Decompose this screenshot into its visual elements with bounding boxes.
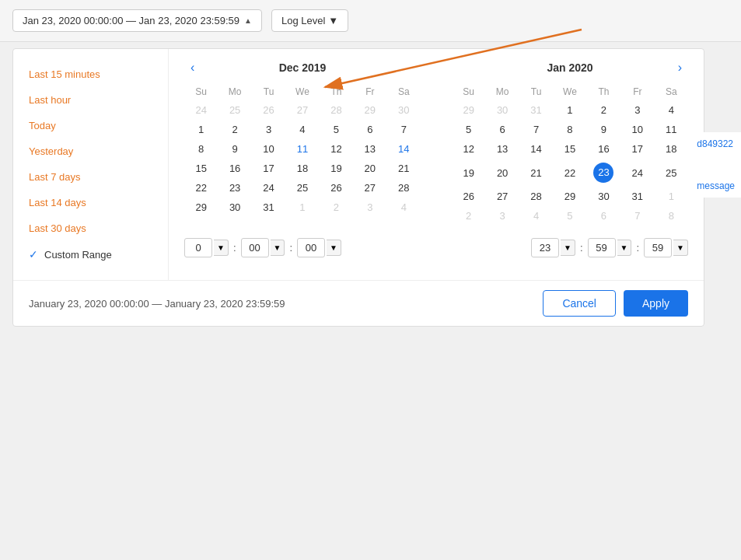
calendar-day[interactable]: 15 (553, 139, 586, 159)
calendar-day[interactable]: 18 (655, 139, 688, 159)
calendar-day[interactable]: 26 (452, 187, 485, 206)
calendar-day[interactable]: 15 (184, 159, 218, 178)
calendar-day[interactable]: 5 (553, 206, 586, 226)
calendar-day[interactable]: 5 (320, 120, 353, 139)
calendar-day[interactable]: 7 (519, 120, 553, 139)
calendar-day[interactable]: 3 (353, 198, 386, 217)
calendar-day[interactable]: 13 (485, 139, 519, 159)
next-month-button[interactable]: › (672, 59, 688, 76)
calendar-day[interactable]: 4 (519, 206, 553, 226)
calendar-day[interactable]: 21 (519, 159, 553, 187)
calendar-day[interactable]: 20 (353, 159, 386, 178)
calendar-day[interactable]: 30 (485, 100, 519, 120)
sidebar-item-last-14[interactable]: Last 14 days (13, 190, 168, 215)
calendar-day[interactable]: 13 (353, 139, 386, 159)
calendar-day[interactable]: 31 (519, 100, 553, 120)
calendar-day[interactable]: 24 (184, 100, 218, 120)
calendar-day[interactable]: 11 (285, 139, 319, 159)
sidebar-item-last-15[interactable]: Last 15 minutes (13, 61, 168, 87)
calendar-day[interactable]: 26 (252, 100, 285, 120)
sidebar-item-last-hour[interactable]: Last hour (13, 87, 168, 113)
calendar-day[interactable]: 12 (320, 139, 353, 159)
calendar-day[interactable]: 4 (655, 100, 688, 120)
calendar-day[interactable]: 26 (320, 178, 353, 198)
calendar-day[interactable]: 3 (620, 100, 654, 120)
calendar-day[interactable]: 24 (252, 178, 285, 198)
calendar-day[interactable]: 28 (320, 100, 353, 120)
end-hour-dropdown[interactable]: ▼ (561, 240, 575, 256)
calendar-day[interactable]: 2 (452, 206, 485, 226)
calendar-day[interactable]: 4 (387, 198, 421, 217)
calendar-day[interactable]: 23 (587, 159, 620, 187)
calendar-day[interactable]: 1 (655, 187, 688, 206)
apply-button[interactable]: Apply (624, 290, 688, 317)
calendar-day[interactable]: 16 (587, 139, 620, 159)
calendar-day[interactable]: 9 (218, 139, 251, 159)
calendar-day[interactable]: 4 (285, 120, 319, 139)
calendar-day[interactable]: 17 (620, 139, 654, 159)
calendar-day[interactable]: 16 (218, 159, 251, 178)
calendar-day[interactable]: 19 (320, 159, 353, 178)
cancel-button[interactable]: Cancel (543, 290, 616, 317)
calendar-day[interactable]: 21 (387, 159, 421, 178)
log-level-button[interactable]: Log Level ▼ (271, 9, 348, 32)
date-range-button[interactable]: Jan 23, 2020 00:00:00 — Jan 23, 2020 23:… (12, 9, 262, 32)
calendar-day[interactable]: 8 (655, 206, 688, 226)
calendar-day[interactable]: 27 (485, 187, 519, 206)
calendar-day[interactable]: 28 (387, 178, 421, 198)
calendar-day[interactable]: 30 (387, 100, 421, 120)
calendar-day[interactable]: 11 (655, 120, 688, 139)
calendar-day[interactable]: 31 (620, 187, 654, 206)
calendar-day[interactable]: 30 (587, 187, 620, 206)
calendar-day[interactable]: 10 (252, 139, 285, 159)
sidebar-item-last-30[interactable]: Last 30 days (13, 215, 168, 241)
calendar-day[interactable]: 3 (252, 120, 285, 139)
end-min-dropdown[interactable]: ▼ (617, 240, 632, 256)
calendar-day[interactable]: 7 (387, 120, 421, 139)
calendar-day[interactable]: 28 (519, 187, 553, 206)
calendar-day[interactable]: 25 (218, 100, 251, 120)
calendar-day[interactable]: 25 (655, 159, 688, 187)
start-hour-dropdown[interactable]: ▼ (214, 240, 229, 256)
calendar-day[interactable]: 29 (353, 100, 386, 120)
sidebar-item-custom[interactable]: ✓ Custom Range (13, 241, 168, 268)
calendar-day[interactable]: 29 (553, 187, 586, 206)
calendar-day[interactable]: 2 (320, 198, 353, 217)
calendar-day[interactable]: 14 (519, 139, 553, 159)
calendar-day[interactable]: 20 (485, 159, 519, 187)
calendar-day[interactable]: 19 (452, 159, 485, 187)
calendar-day[interactable]: 22 (184, 178, 218, 198)
calendar-day[interactable]: 1 (184, 120, 218, 139)
calendar-day[interactable]: 12 (452, 139, 485, 159)
calendar-day[interactable]: 7 (620, 206, 654, 226)
calendar-day[interactable]: 6 (353, 120, 386, 139)
sidebar-item-last-7[interactable]: Last 7 days (13, 164, 168, 190)
calendar-day[interactable]: 29 (184, 198, 218, 217)
calendar-day[interactable]: 29 (452, 100, 485, 120)
start-sec-dropdown[interactable]: ▼ (327, 240, 341, 256)
calendar-day[interactable]: 30 (218, 198, 251, 217)
calendar-day[interactable]: 9 (587, 120, 620, 139)
calendar-day[interactable]: 18 (285, 159, 319, 178)
calendar-day[interactable]: 2 (587, 100, 620, 120)
calendar-day[interactable]: 10 (620, 120, 654, 139)
calendar-day[interactable]: 14 (387, 139, 421, 159)
sidebar-item-today[interactable]: Today (13, 113, 168, 138)
calendar-day[interactable]: 2 (218, 120, 251, 139)
calendar-day[interactable]: 6 (587, 206, 620, 226)
calendar-day[interactable]: 6 (485, 120, 519, 139)
calendar-day[interactable]: 5 (452, 120, 485, 139)
calendar-day[interactable]: 1 (553, 100, 586, 120)
calendar-day[interactable]: 1 (285, 198, 319, 217)
sidebar-item-yesterday[interactable]: Yesterday (13, 138, 168, 164)
calendar-day[interactable]: 8 (553, 120, 586, 139)
calendar-day[interactable]: 25 (285, 178, 319, 198)
start-min-dropdown[interactable]: ▼ (271, 240, 285, 256)
calendar-day[interactable]: 27 (353, 178, 386, 198)
end-sec-dropdown[interactable]: ▼ (673, 240, 688, 256)
calendar-day[interactable]: 27 (285, 100, 319, 120)
calendar-day[interactable]: 3 (485, 206, 519, 226)
calendar-day[interactable]: 22 (553, 159, 586, 187)
calendar-day[interactable]: 23 (218, 178, 251, 198)
calendar-day[interactable]: 24 (620, 159, 654, 187)
